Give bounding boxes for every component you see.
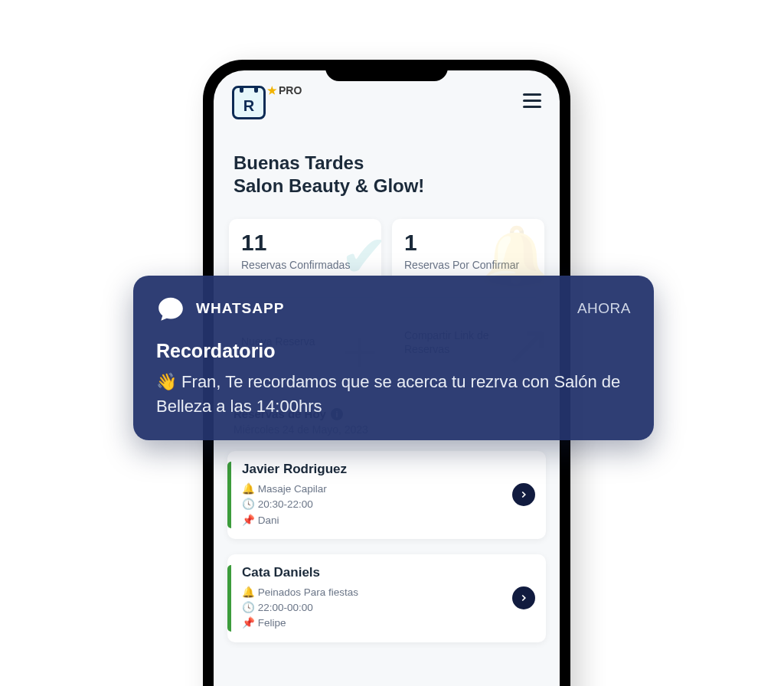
reservation-item[interactable]: Cata Daniels 🔔 Peinados Para fiestas 🕓 2… [227, 554, 546, 642]
greeting-line1: Buenas Tardes [234, 152, 540, 175]
notification-banner[interactable]: WHATSAPP AHORA Recordatorio 👋 Fran, Te r… [133, 276, 654, 440]
reservation-time: 🕓 20:30-22:00 [242, 497, 512, 512]
phone-notch [325, 60, 448, 81]
notification-title: Recordatorio [156, 340, 631, 362]
bell-icon: 🔔 [242, 483, 255, 495]
confirmed-count: 11 [241, 230, 369, 256]
reservation-service: 🔔 Peinados Para fiestas [242, 585, 512, 600]
clock-icon: 🕓 [242, 498, 255, 510]
star-icon: ★ [267, 84, 277, 96]
clock-icon: 🕓 [242, 602, 255, 613]
reservation-time: 🕓 22:00-00:00 [242, 600, 512, 616]
notification-header: WHATSAPP AHORA [156, 294, 631, 323]
menu-icon[interactable] [523, 93, 541, 108]
greeting-line2: Salon Beauty & Glow! [234, 175, 540, 198]
chat-bubble-icon [156, 294, 185, 323]
reservation-staff: 📌 Dani [242, 513, 512, 528]
logo-area: R ★ PRO [232, 86, 302, 119]
reservation-name: Javier Rodriguez [242, 462, 512, 477]
chevron-right-icon [518, 593, 529, 603]
pin-icon: 📌 [242, 617, 255, 629]
reservation-item[interactable]: Javier Rodriguez 🔔 Masaje Capilar 🕓 20:3… [227, 451, 546, 539]
pending-count: 1 [404, 230, 532, 256]
pending-label: Reservas Por Confirmar [404, 259, 532, 273]
reservation-service: 🔔 Masaje Capilar [242, 482, 512, 497]
reservation-staff: 📌 Felipe [242, 616, 512, 631]
notification-body: 👋 Fran, Te recordamos que se acerca tu r… [156, 370, 631, 419]
app-logo[interactable]: R [232, 86, 266, 119]
bell-icon: 🔔 [242, 586, 255, 598]
reservation-name: Cata Daniels [242, 565, 512, 580]
status-stripe [227, 462, 231, 528]
chevron-right-icon [518, 489, 529, 500]
app-header: R ★ PRO [227, 81, 546, 121]
pro-label: PRO [279, 84, 302, 96]
status-stripe [227, 565, 231, 632]
greeting-text: Buenas Tardes Salon Beauty & Glow! [227, 152, 546, 198]
pin-icon: 📌 [242, 514, 255, 526]
confirmed-label: Reservas Confirmadas [241, 259, 369, 273]
notification-time: AHORA [577, 300, 631, 317]
pro-badge: ★ PRO [267, 84, 302, 96]
notification-app-name: WHATSAPP [196, 300, 284, 317]
open-reservation-button[interactable] [512, 483, 535, 506]
open-reservation-button[interactable] [512, 586, 535, 609]
